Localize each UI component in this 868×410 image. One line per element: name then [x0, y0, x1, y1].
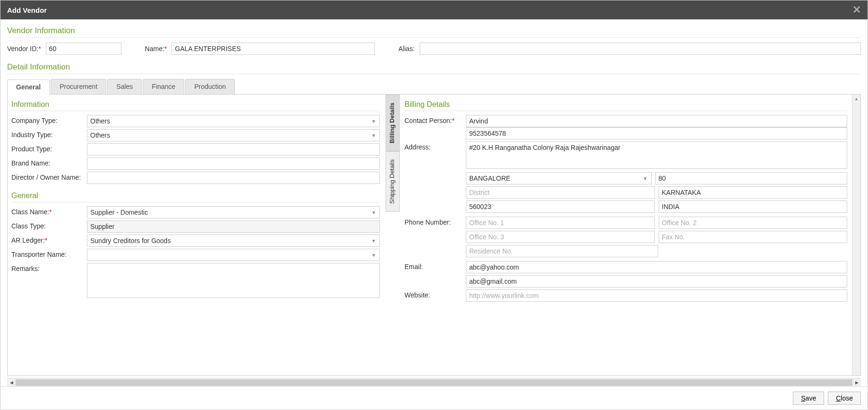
website-label: Website: [404, 289, 466, 299]
office1-input[interactable] [466, 217, 655, 229]
class-type-input [87, 220, 380, 233]
save-button[interactable]: Save [793, 392, 824, 405]
class-name-value[interactable] [87, 206, 380, 218]
address-label: Address: [404, 141, 466, 151]
close-icon[interactable]: ✕ [852, 4, 861, 16]
district-input[interactable] [466, 186, 655, 199]
detail-info-heading: Detail Information [7, 60, 861, 74]
remarks-label: Remarks: [11, 263, 87, 272]
tab-general[interactable]: General [7, 79, 50, 95]
vendor-alias-label: Alias: [398, 45, 414, 52]
company-type-value[interactable] [87, 115, 380, 127]
phone-label: Phone Number: [404, 217, 466, 226]
left-column: Information Company Type: ▼ Industry Typ… [8, 95, 386, 375]
director-label: Director / Owner Name: [11, 172, 87, 181]
class-name-select[interactable]: ▼ [87, 206, 380, 218]
zone-input[interactable] [655, 172, 848, 184]
vendor-id-label: Vendor ID:* [7, 45, 41, 52]
transporter-value[interactable] [87, 249, 380, 261]
office2-input[interactable] [659, 217, 848, 229]
email1-input[interactable] [466, 261, 847, 273]
brand-name-label: Brand Name: [11, 157, 87, 167]
tab-sales[interactable]: Sales [107, 79, 142, 94]
ar-ledger-label: AR Ledger:* [11, 235, 87, 244]
class-name-label: Class Name:* [11, 206, 87, 216]
hscroll-track[interactable] [16, 379, 852, 386]
vendor-name-label: Name:* [145, 45, 167, 52]
pincode-input[interactable] [466, 201, 655, 213]
residence-input[interactable] [466, 245, 658, 257]
ar-ledger-select[interactable]: ▼ [87, 235, 380, 247]
side-tab-shipping[interactable]: Shipping Details [386, 151, 400, 212]
contact-person-label: Contact Person:* [404, 115, 466, 124]
add-vendor-dialog: Add Vendor ✕ Vendor Information Vendor I… [0, 0, 868, 410]
tab-finance[interactable]: Finance [143, 79, 184, 94]
tab-production[interactable]: Production [185, 79, 235, 94]
vendor-name-input[interactable] [172, 43, 375, 55]
contact-person-input[interactable] [466, 115, 847, 127]
director-input[interactable] [87, 172, 380, 184]
vendor-info-row: Vendor ID:* Name:* Alias: [7, 43, 861, 55]
side-tab-billing[interactable]: Billing Details [386, 95, 400, 151]
company-type-label: Company Type: [11, 115, 87, 124]
vendor-alias-input[interactable] [420, 43, 861, 55]
company-type-select[interactable]: ▼ [87, 115, 380, 127]
brand-name-input[interactable] [87, 157, 380, 170]
scroll-left-icon[interactable]: ◀ [7, 380, 16, 385]
address-textarea[interactable]: #20 K.H Ranganatha Colony Raja Rajeshwar… [466, 141, 847, 169]
horizontal-scrollbar[interactable]: ◀ ▶ [7, 378, 861, 386]
email2-input[interactable] [466, 275, 847, 288]
industry-type-select[interactable]: ▼ [87, 129, 380, 141]
city-value[interactable] [466, 172, 652, 184]
state-input[interactable] [659, 186, 848, 199]
email-label: Email: [404, 261, 466, 270]
information-heading: Information [11, 98, 380, 111]
tab-procurement[interactable]: Procurement [51, 79, 106, 94]
city-select[interactable]: ▼ [466, 172, 652, 184]
product-type-label: Product Type: [11, 143, 87, 153]
fax-input[interactable] [659, 231, 848, 243]
vendor-info-heading: Vendor Information [7, 23, 861, 38]
billing-heading: Billing Details [404, 98, 847, 111]
detail-tabs: General Procurement Sales Finance Produc… [7, 79, 861, 95]
scroll-right-icon[interactable]: ▶ [852, 380, 861, 385]
close-button[interactable]: Close [828, 392, 861, 405]
scroll-up-icon[interactable]: ▲ [852, 95, 860, 103]
transporter-label: Transporter Name: [11, 249, 87, 258]
industry-type-label: Industry Type: [11, 129, 87, 139]
content-area: Vendor Information Vendor ID:* Name:* Al… [0, 19, 868, 386]
product-type-input[interactable] [87, 143, 380, 156]
industry-type-value[interactable] [87, 129, 380, 141]
dialog-title: Add Vendor [7, 6, 47, 14]
website-input[interactable] [466, 289, 847, 302]
country-input[interactable] [659, 201, 848, 213]
vertical-scrollbar[interactable]: ▲ [852, 95, 860, 375]
dialog-footer: Save Close [0, 386, 868, 410]
titlebar: Add Vendor ✕ [0, 0, 868, 19]
vendor-id-input[interactable] [46, 43, 121, 55]
contact-phone-input[interactable] [466, 127, 847, 140]
transporter-select[interactable]: ▼ [87, 249, 380, 261]
class-type-label: Class Type: [11, 220, 87, 230]
ar-ledger-value[interactable] [87, 235, 380, 247]
general-heading: General [11, 190, 380, 202]
remarks-textarea[interactable] [87, 263, 380, 298]
side-tabs: Billing Details Shipping Details [386, 95, 400, 375]
right-column: Billing Details Contact Person:* Address… [400, 95, 860, 375]
office3-input[interactable] [466, 231, 655, 243]
tab-body: Information Company Type: ▼ Industry Typ… [7, 95, 861, 376]
